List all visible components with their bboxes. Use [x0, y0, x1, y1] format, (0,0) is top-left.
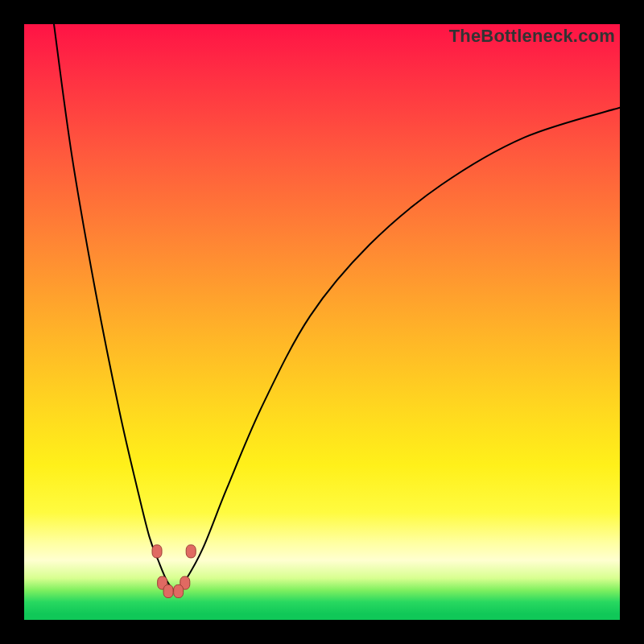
curve-marker: [152, 545, 162, 558]
chart-frame: TheBottleneck.com: [0, 0, 644, 644]
watermark-text: TheBottleneck.com: [449, 26, 615, 47]
curve-marker: [158, 576, 167, 589]
plot-area: TheBottleneck.com: [24, 24, 620, 620]
bottleneck-curve: [54, 24, 620, 591]
curve-marker: [174, 584, 184, 597]
curve-marker: [186, 545, 196, 558]
curve-markers: [152, 545, 196, 598]
curve-marker: [163, 584, 173, 597]
chart-svg: [24, 24, 620, 620]
curve-marker: [180, 576, 190, 589]
